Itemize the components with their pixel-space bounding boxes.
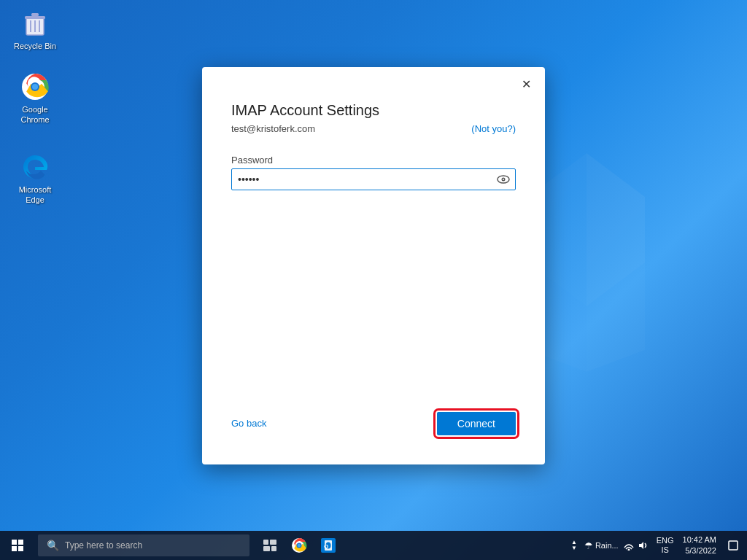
svg-point-23	[627, 549, 630, 551]
scroll-down-icon: ▼	[571, 545, 577, 551]
svg-text:O: O	[324, 543, 328, 550]
svg-rect-12	[263, 540, 268, 545]
account-email: test@kristoferk.com	[231, 123, 315, 134]
task-view-button[interactable]	[255, 531, 285, 560]
volume-indicator-icon	[638, 540, 649, 551]
show-password-button[interactable]	[495, 171, 511, 187]
dialog-title: IMAP Account Settings	[231, 102, 516, 119]
dialog-actions: Go back Connect	[231, 390, 516, 435]
svg-rect-13	[270, 540, 276, 545]
taskbar-right: ▲ ▼ ☂ Rain...	[571, 531, 747, 560]
taskbar-chrome-icon	[291, 537, 307, 553]
language-indicator[interactable]: ENG IS	[654, 536, 677, 555]
weather-label: Rain...	[595, 541, 619, 550]
taskbar-search[interactable]: 🔍 Type here to search	[38, 534, 249, 556]
dialog-subtitle-row: test@kristoferk.com (Not you?)	[231, 123, 516, 134]
not-you-link[interactable]: (Not you?)	[471, 123, 516, 134]
network-icon[interactable]	[622, 531, 636, 560]
search-icon: 🔍	[47, 540, 59, 551]
taskbar-chrome-button[interactable]	[285, 531, 314, 560]
password-form-group: Password	[231, 155, 516, 190]
imap-dialog: ✕ IMAP Account Settings test@kristoferk.…	[202, 67, 545, 464]
password-wrapper	[231, 168, 516, 190]
network-indicator-icon	[624, 540, 634, 551]
password-label: Password	[231, 155, 516, 166]
taskbar-outlook-button[interactable]: O	[314, 531, 343, 560]
svg-rect-14	[263, 546, 270, 551]
close-button[interactable]: ✕	[516, 74, 536, 95]
scroll-arrows: ▲ ▼	[571, 540, 577, 551]
desktop: Recycle Bin Google Chrome	[0, 0, 747, 560]
language-sub: IS	[657, 545, 674, 555]
weather-icon: ☂	[584, 540, 593, 551]
system-clock[interactable]: 10:42 AM 5/3/2022	[677, 534, 722, 557]
notification-button[interactable]	[722, 531, 744, 560]
taskbar-middle: O	[255, 531, 343, 560]
password-input[interactable]	[231, 168, 516, 190]
eye-icon	[497, 173, 510, 186]
search-placeholder: Type here to search	[65, 540, 142, 551]
taskbar: 🔍 Type here to search	[0, 531, 747, 560]
go-back-button[interactable]: Go back	[231, 418, 266, 429]
windows-logo-icon	[12, 540, 23, 551]
clock-date: 5/3/2022	[683, 545, 716, 556]
svg-rect-15	[271, 546, 276, 551]
svg-point-11	[503, 179, 504, 180]
connect-button[interactable]: Connect	[437, 412, 516, 435]
svg-rect-25	[729, 541, 738, 550]
svg-point-18	[298, 544, 301, 547]
volume-icon[interactable]	[636, 531, 651, 560]
system-tray-icons: ☂ Rain...	[578, 531, 654, 560]
svg-marker-24	[639, 542, 643, 549]
taskbar-outlook-icon: O	[320, 537, 336, 553]
language-code: ENG	[657, 536, 674, 545]
task-view-icon	[263, 540, 276, 551]
start-button[interactable]	[0, 531, 35, 560]
dialog-overlay: ✕ IMAP Account Settings test@kristoferk.…	[0, 0, 747, 531]
weather-widget[interactable]: ☂ Rain...	[581, 540, 622, 551]
notification-icon	[728, 540, 738, 551]
dialog-header: ✕	[202, 67, 545, 95]
clock-time: 10:42 AM	[683, 534, 716, 545]
dialog-body: IMAP Account Settings test@kristoferk.co…	[202, 95, 545, 464]
